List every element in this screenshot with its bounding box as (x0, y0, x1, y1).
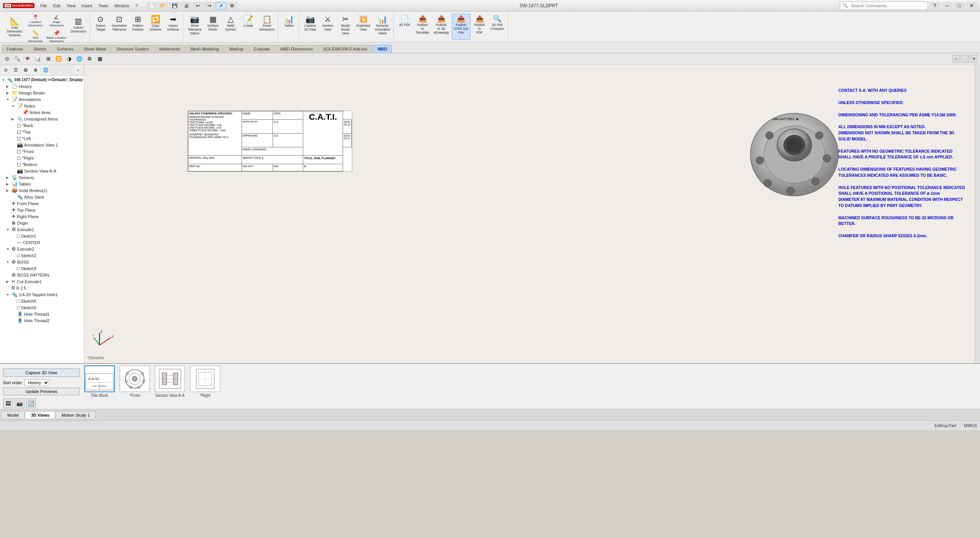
view-thumb-section[interactable]: Section View A-A (155, 365, 185, 398)
viewport-scrollbar[interactable] (975, 65, 980, 363)
tree-item-15[interactable]: ▶📊Tables (1, 181, 83, 187)
tree-item-26[interactable]: □Sketch2 (1, 252, 83, 259)
tree-item-11[interactable]: ◻*Right (1, 155, 83, 161)
tb-icon-4[interactable]: 📊 (33, 54, 42, 64)
tree-item-30[interactable]: ▶✂Cut-Extrude1 (1, 278, 83, 285)
tb-icon-7[interactable]: ◑ (64, 54, 74, 64)
surface-finish-btn[interactable]: ▦ SurfaceFinish (204, 14, 221, 40)
tab-markup[interactable]: Markup (224, 45, 248, 53)
tables-btn[interactable]: 📊 Tables (281, 14, 297, 40)
undo-btn[interactable]: ↩ (193, 2, 203, 10)
3d-pdf-btn[interactable]: 📄 3D PDF (396, 14, 413, 40)
view-thumb-front[interactable]: *Front (119, 365, 150, 398)
location-dim-btn[interactable]: 📍 LocationDimension (27, 13, 44, 28)
tree-item-3[interactable]: ▼📝Notes (1, 103, 83, 109)
tab-sketch[interactable]: Sketch (28, 45, 51, 53)
search-input[interactable] (851, 3, 925, 8)
bottom-tab-model[interactable]: Model (2, 411, 24, 419)
tab-sheet-metal[interactable]: Sheet Metal (78, 45, 111, 53)
tb-close[interactable]: ✕ (970, 55, 978, 63)
tab-surfaces[interactable]: Surfaces (52, 45, 78, 53)
expand-btn[interactable]: › (74, 66, 83, 74)
capture-3d-view-btn[interactable]: Capture 3D View (3, 368, 80, 377)
datum-target-btn[interactable]: ⊙ DatumTarget (92, 14, 109, 40)
publish-template-btn[interactable]: 📤 PublishtoTemplate (414, 14, 431, 40)
tb-icon-5[interactable]: ⊞ (44, 54, 53, 64)
new-btn[interactable]: 📄 (147, 2, 157, 10)
tree-item-28[interactable]: □Sketch3 (1, 265, 83, 272)
angle-dim-btn[interactable]: ∠ AngleDimension (45, 13, 68, 28)
menu-insert[interactable]: Insert (79, 3, 95, 9)
publish-pdf-btn[interactable]: 📤 PublishtoPDF (471, 14, 488, 40)
view-thumb-right[interactable]: *Right (190, 365, 220, 398)
panel-icon-1[interactable]: 🖼 (3, 398, 13, 408)
globe-btn[interactable]: 🌐 (41, 66, 50, 74)
redo-btn[interactable]: ↪ (204, 2, 215, 10)
tab-structure-system[interactable]: Structure System (111, 45, 154, 53)
tree-item-7[interactable]: ◻*Top (1, 129, 83, 135)
menu-tools[interactable]: Tools (96, 3, 111, 9)
tb-icon-8[interactable]: 🌐 (75, 54, 84, 64)
open-btn[interactable]: 📂 (158, 2, 169, 10)
size-dim-btn[interactable]: 📏 SizeDimension (27, 29, 44, 42)
tree-item-6[interactable]: ◻*Back (1, 122, 83, 129)
basic-loc-dim-btn[interactable]: 📌 Basic LocationDimension (45, 29, 68, 42)
menu-view[interactable]: View (64, 3, 78, 9)
tree-item-35[interactable]: 🧵Hole Thread1 (1, 311, 83, 317)
tree-item-34[interactable]: □Sketch5 (1, 304, 83, 311)
tree-item-25[interactable]: ▼⚙Extrude2 (1, 246, 83, 252)
tree-item-16[interactable]: ▶📦Solid Bodies(1) (1, 187, 83, 194)
tree-view-btn[interactable]: ⊕ (31, 66, 40, 74)
tree-item-2[interactable]: ▼📝Annotations (1, 96, 83, 103)
publish-step-btn[interactable]: 📤 PublishSTEP 242File (452, 14, 470, 40)
tab-weldments[interactable]: Weldments (154, 45, 185, 53)
select-btn[interactable]: ↗ (216, 2, 226, 10)
tree-item-17[interactable]: 🔩Alloy Steel (1, 194, 83, 200)
tree-item-8[interactable]: ◻*Left (1, 135, 83, 142)
smart-dim-btn[interactable]: 📋 SmartDimension (257, 14, 276, 40)
import-scheme-btn[interactable]: ➡ ImportScheme (165, 14, 181, 40)
minimize-btn[interactable]: ─ (942, 2, 952, 10)
dynamic-annotation-btn[interactable]: 📊 DynamicAnnotationViews (373, 14, 392, 40)
tree-item-13[interactable]: 📸Section View A-A (1, 168, 83, 174)
tree-item-31[interactable]: RR 2.5 (1, 285, 83, 291)
tb-icon-3[interactable]: 👁 (23, 54, 32, 64)
tab-mbd[interactable]: MBD (372, 45, 392, 53)
menu-window[interactable]: Window (112, 3, 132, 9)
tab-sw-addins[interactable]: SOLIDWORKS Add-Ins (318, 45, 372, 53)
print-btn[interactable]: 🖨 (181, 2, 192, 10)
note-btn[interactable]: 📝 A Note (240, 14, 256, 40)
tab-mesh-modeling[interactable]: Mesh Modeling (185, 45, 224, 53)
tree-root[interactable]: ▼ 🔩 SW-1477 (Default) <<Default>_Display… (1, 77, 83, 83)
tb-icon-10[interactable]: ▦ (95, 54, 105, 64)
tree-item-32[interactable]: ▼🔩1/4-20 Tapped Hole1 (1, 291, 83, 298)
tree-item-36[interactable]: 🧵Hole Thread2 (1, 317, 83, 324)
tree-item-20[interactable]: ✈Right Plane (1, 213, 83, 220)
tb-icon-1[interactable]: ⊙ (2, 54, 11, 64)
tree-item-1[interactable]: ▶📁Design Binder (1, 90, 83, 96)
capture-3d-view-ribbon-btn[interactable]: 📷 Capture3D View (302, 14, 318, 40)
pattern-feature-btn[interactable]: ⊞ PatternFeature (129, 14, 146, 40)
tb-icon-9[interactable]: ⚙ (85, 54, 94, 64)
tab-features[interactable]: Features (2, 45, 28, 53)
filter-btn[interactable]: ⊙ (1, 66, 10, 74)
model-break-view-btn[interactable]: ✂ ModelBreakView (337, 14, 354, 40)
close-btn[interactable]: ✕ (966, 2, 977, 10)
datum-dim-btn[interactable]: ▥ DatumDimension (69, 16, 88, 42)
tree-item-5[interactable]: ▶📎Unassigned Items (1, 116, 83, 122)
tree-item-9[interactable]: 📸Annotation View 1 (1, 142, 83, 148)
tree-item-23[interactable]: □Sketch1 (1, 233, 83, 239)
tb-icon-6[interactable]: 🔀 (54, 54, 63, 64)
update-previews-btn[interactable]: Update Previews (3, 388, 80, 395)
view-thumb-title-block[interactable]: C.A.T.I. HUB, FLANGED Title Block (84, 365, 115, 398)
maximize-btn[interactable]: □ (954, 2, 965, 10)
tree-item-12[interactable]: ◻*Bottom (1, 161, 83, 168)
exploded-view-btn[interactable]: 💥 ExplodedView (354, 14, 372, 40)
menu-edit[interactable]: Edit (51, 3, 63, 9)
show-tolerance-btn[interactable]: 📷 ShowToleranceStatus (186, 14, 204, 40)
options-btn[interactable]: ⚙ (227, 2, 238, 10)
bottom-tab-3d-views[interactable]: 3D Views (25, 411, 55, 419)
tree-item-29[interactable]: ⚙BOSS PATTERN (1, 272, 83, 278)
tree-item-19[interactable]: ✈Top Plane (1, 207, 83, 213)
icon-view-btn[interactable]: ⊞ (21, 66, 30, 74)
